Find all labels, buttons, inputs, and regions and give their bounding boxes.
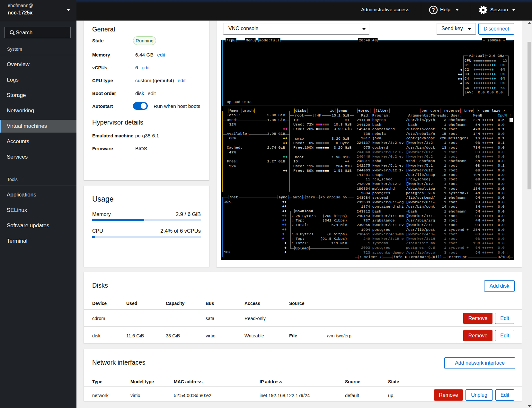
svg-text:?: ? (432, 7, 435, 13)
